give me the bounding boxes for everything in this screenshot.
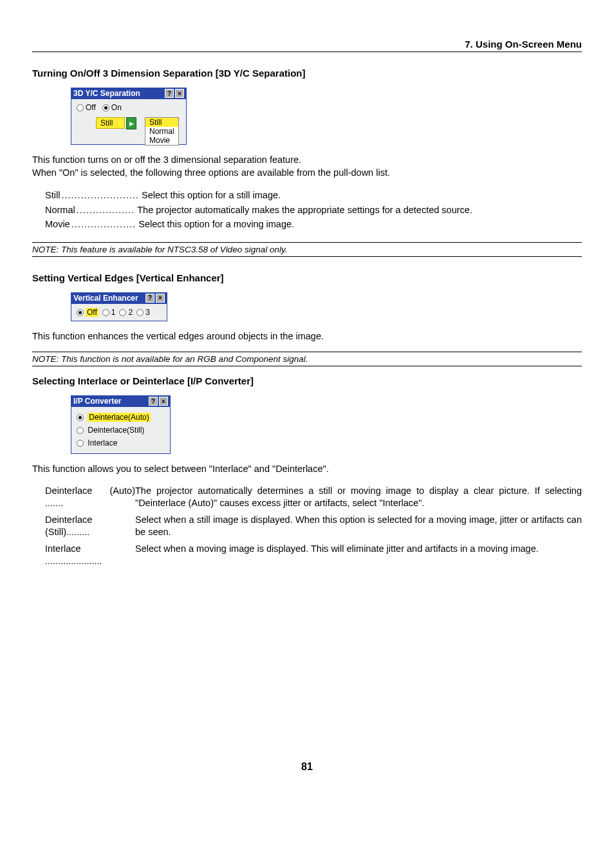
def-still-text: Select when a still image is displayed. …	[135, 514, 582, 539]
sec1-note: NOTE: This feature is available for NTSC…	[32, 242, 582, 257]
sec2-body1: This function enhances the vertical edge…	[32, 330, 582, 343]
ui-3d-title-bar: 3D Y/C Separation ? ×	[71, 88, 187, 99]
opt-still-row: Still ........................ Select th…	[45, 188, 582, 202]
ip-radio-auto[interactable]: Deinterlace(Auto)	[77, 411, 165, 424]
opt-normal-label: Normal	[45, 203, 75, 217]
opt-normal-desc: The projector automatically makes the ap…	[137, 203, 472, 217]
sec3-definitions: Deinterlace (Auto) ....... The projector…	[32, 485, 582, 568]
ui-3d-body: Off On Still ▶ Still Normal Movie	[71, 99, 187, 145]
ve-radio-3[interactable]: 3	[136, 308, 150, 317]
opt-movie-row: Movie .................... Select this o…	[45, 217, 582, 231]
help-icon[interactable]: ?	[149, 397, 158, 406]
def-auto-dots: .......	[45, 498, 63, 508]
sec2-note: NOTE: This function is not available for…	[32, 352, 582, 366]
ui-ip-title-text: I/P Converter	[73, 397, 121, 406]
def-inter-text: Select when a moving image is displayed.…	[135, 543, 582, 568]
ui-3d-combo: Still ▶ Still Normal Movie	[96, 117, 181, 129]
ui-3d-radio-row: Off On	[77, 103, 181, 112]
help-icon[interactable]: ?	[165, 89, 174, 98]
def-inter-dots: ......................	[45, 556, 102, 566]
close-icon[interactable]: ×	[156, 294, 165, 303]
radio-on[interactable]: On	[102, 103, 122, 112]
section3-heading: Selecting Interlace or Deinterlace [I/P …	[32, 375, 582, 386]
ui-ip-converter: I/P Converter ? × Deinterlace(Auto) Dein…	[71, 395, 171, 454]
ui-3d-combo-field[interactable]: Still	[96, 117, 125, 129]
chapter-number: 7.	[465, 39, 473, 50]
chevron-right-icon[interactable]: ▶	[126, 117, 136, 129]
opt-movie-dots: ....................	[71, 217, 136, 231]
help-icon[interactable]: ?	[145, 294, 154, 303]
ui-3d-title-text: 3D Y/C Separation	[73, 89, 140, 98]
ve-radio-2[interactable]: 2	[119, 308, 133, 317]
ui-ve-title-bar: Vertical Enhancer ? ×	[71, 292, 167, 304]
ui-3d-titlebar-icons: ? ×	[165, 89, 184, 98]
ui-vertical-enhancer: Vertical Enhancer ? × Off 1 2 3	[71, 292, 167, 321]
ip-radio-still[interactable]: Deinterlace(Still)	[77, 424, 165, 437]
def-inter-row: Interlace ...................... Select …	[45, 543, 582, 568]
sec3-body1: This function allows you to select betwe…	[32, 463, 582, 476]
dropdown-opt-normal[interactable]: Normal	[145, 127, 178, 136]
close-icon[interactable]: ×	[175, 89, 184, 98]
section2-heading: Setting Vertical Edges [Vertical Enhance…	[32, 272, 582, 283]
def-auto-label: Deinterlace (Auto)	[45, 486, 135, 496]
ui-ve-titlebar-icons: ? ×	[145, 294, 165, 303]
ui-ve-title-text: Vertical Enhancer	[73, 294, 138, 303]
ui-ip-titlebar-icons: ? ×	[149, 397, 168, 406]
sec1-options: Still ........................ Select th…	[32, 188, 582, 231]
ui-ve-body: Off 1 2 3	[71, 304, 167, 321]
ui-ip-body: Deinterlace(Auto) Deinterlace(Still) Int…	[71, 407, 171, 454]
ui-ip-title-bar: I/P Converter ? ×	[71, 395, 171, 407]
opt-still-desc: Select this option for a still image.	[142, 188, 281, 202]
ip-radio-interlace[interactable]: Interlace	[77, 437, 165, 449]
opt-normal-row: Normal .................. The projector …	[45, 203, 582, 217]
ui-ve-radio-row: Off 1 2 3	[77, 308, 162, 317]
chapter-header: 7. Using On-Screen Menu	[32, 39, 582, 52]
sec1-body1: This function turns on or off the 3 dime…	[32, 155, 301, 165]
ui-3d-combo-dropdown: Still Normal Movie	[145, 117, 179, 146]
def-inter-label: Interlace	[45, 543, 81, 554]
def-auto-text: The projector automatically determines a…	[135, 485, 582, 510]
chapter-title: Using On-Screen Menu	[476, 39, 582, 50]
page-container: 7. Using On-Screen Menu Turning On/Off 3…	[0, 0, 614, 798]
def-still-row: Deinterlace (Still)......... Select when…	[45, 514, 582, 539]
ve-radio-off[interactable]: Off	[77, 308, 98, 317]
opt-still-label: Still	[45, 188, 60, 202]
def-auto-row: Deinterlace (Auto) ....... The projector…	[45, 485, 582, 510]
dropdown-opt-movie[interactable]: Movie	[145, 136, 178, 145]
page-number: 81	[32, 761, 582, 773]
opt-movie-label: Movie	[45, 217, 70, 231]
ui-3d-yc-separation: 3D Y/C Separation ? × Off On Still ▶ Sti…	[71, 88, 187, 145]
dropdown-opt-still[interactable]: Still	[145, 118, 178, 127]
opt-still-dots: ........................	[61, 188, 139, 202]
opt-movie-desc: Select this option for a moving image.	[138, 217, 294, 231]
opt-normal-dots: ..................	[77, 203, 135, 217]
sec1-body2: When "On" is selected, the following thr…	[32, 167, 390, 178]
section1-heading: Turning On/Off 3 Dimension Separation [3…	[32, 68, 582, 79]
sec1-body: This function turns on or off the 3 dime…	[32, 154, 582, 179]
def-still-dots: .........	[66, 527, 89, 537]
ve-radio-1[interactable]: 1	[102, 308, 116, 317]
close-icon[interactable]: ×	[159, 397, 168, 406]
radio-off[interactable]: Off	[77, 103, 96, 112]
